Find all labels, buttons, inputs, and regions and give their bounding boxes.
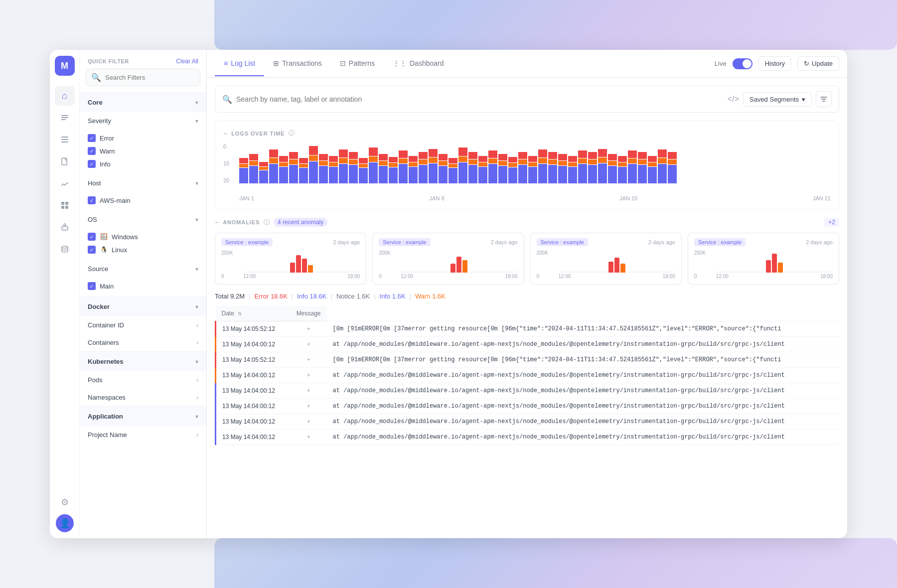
nav-grid[interactable] [55,195,75,215]
os-header[interactable]: OS ▾ [80,211,206,228]
log-expand[interactable]: + [291,337,327,352]
top-nav: ≡ Log List ⊞ Transactions ⊡ Patterns ⋮⋮ … [207,50,847,78]
bar-red [598,149,607,157]
chart-bar-group [339,149,348,183]
chart-bar-group [578,150,587,183]
severity-info-checkbox[interactable]: ✓ [88,160,96,168]
table-row[interactable]: 13 May 14:05:52:12 + [0m [91mERROR[0m [3… [216,321,840,337]
col-message[interactable]: Message [291,306,327,321]
nav-settings[interactable]: ⚙ [55,492,75,512]
nav-list[interactable] [55,130,75,149]
search-input[interactable] [236,95,724,103]
kubernetes-header[interactable]: Kubernetes ▾ [80,352,206,371]
chart-bar-group [648,156,657,183]
project-name-row[interactable]: Project Name › [80,426,206,443]
saved-segments-dropdown[interactable]: Saved Segments ▾ [743,92,812,107]
clear-all-button[interactable]: Clear All [176,58,198,65]
bar-blue [578,164,587,183]
table-row[interactable]: 13 May 14:04:00:12 + at /app/node_module… [216,399,840,414]
core-section-header[interactable]: Core ▾ [80,93,206,112]
bar-red [528,156,537,162]
log-expand[interactable]: + [291,368,327,383]
bar-blue [608,166,617,183]
tab-log-list[interactable]: ≡ Log List [215,51,264,76]
chart-bar-group [299,158,308,183]
severity-error-checkbox[interactable]: ✓ [88,134,96,142]
tab-transactions[interactable]: ⊞ Transactions [264,51,331,76]
os-windows-checkbox[interactable]: ✓ [88,233,96,241]
history-button[interactable]: History [758,56,791,71]
containers-row[interactable]: Containers › [80,334,206,351]
bar-blue [558,166,567,183]
bar-red [668,152,677,159]
table-row[interactable]: 13 May 14:04:00:12 + at /app/node_module… [216,414,840,430]
bar-red [448,158,457,163]
host-header[interactable]: Host ▾ [80,174,206,192]
filter-panel: QUICK FILTER Clear All 🔍 Core ▾ Severity… [80,50,207,538]
table-row[interactable]: 13 May 14:04:00:12 + at /app/node_module… [216,368,840,383]
code-icon[interactable]: </> [728,95,739,104]
tab-patterns[interactable]: ⊡ Patterns [331,51,384,76]
search-filter-input[interactable] [105,74,195,81]
log-expand[interactable]: + [291,352,327,368]
core-section: Core ▾ Severity ▾ ✓ Error ✓ Warn ✓ [80,92,206,296]
bar-blue [658,164,667,183]
namespaces-row[interactable]: Namespaces › [80,389,206,406]
severity-warn-checkbox[interactable]: ✓ [88,147,96,155]
bar-orange [269,158,278,163]
refresh-icon: ↻ [804,60,809,67]
svg-rect-10 [65,206,68,209]
chart-container: − LOGS OVER TIME ⓘ 20 10 0 [215,121,839,210]
anomaly-badge: 4 recent anomaly [274,218,327,227]
log-message: at /app/node_modules/@middleware.io/agen… [327,430,839,445]
filter-icon-btn[interactable] [816,91,832,107]
container-id-row[interactable]: Container ID › [80,316,206,334]
bar-red [369,147,378,156]
log-expand[interactable]: + [291,383,327,399]
bar-red [488,150,497,158]
tab-list: ≡ Log List ⊞ Transactions ⊡ Patterns ⋮⋮ … [215,51,715,76]
nav-chart[interactable] [55,173,75,193]
log-expand[interactable]: + [291,414,327,430]
tab-dashboard-label: Dashboard [410,59,444,67]
os-linux-checkbox[interactable]: ✓ [88,246,96,254]
host-awsmain-checkbox[interactable]: ✓ [88,196,96,204]
tab-patterns-icon: ⊡ [340,59,346,67]
nav-file[interactable] [55,151,75,171]
tab-dashboard[interactable]: ⋮⋮ Dashboard [384,51,453,76]
table-row[interactable]: 13 May 14:04:00:12 + at /app/node_module… [216,337,840,352]
nav-database[interactable] [55,239,75,259]
application-header[interactable]: Application ▾ [80,407,206,426]
anomaly-3-service: Service : example [537,238,588,246]
source-header[interactable]: Source ▾ [80,260,206,278]
chart-bar-group [608,154,617,183]
nav-logs[interactable] [55,108,75,128]
table-row[interactable]: 13 May 14:05:52:12 + [0m [91mERROR[0m [3… [216,352,840,368]
update-button[interactable]: ↻ Update [797,56,839,71]
log-expand[interactable]: + [291,399,327,414]
table-row[interactable]: 13 May 14:04:00:12 + at /app/node_module… [216,430,840,445]
bar-blue [488,164,497,183]
chart-bar-group [658,149,667,183]
table-row[interactable]: 13 May 14:04:00:12 + at /app/node_module… [216,383,840,399]
chart-bar-group [379,154,388,183]
docker-header[interactable]: Docker ▾ [80,297,206,316]
chart-collapse-btn[interactable]: − [223,130,227,138]
anomalies-collapse-btn[interactable]: − [215,218,219,226]
divider-2: | [292,293,293,300]
pods-row[interactable]: Pods › [80,371,206,389]
chart-bar-group [319,154,328,183]
nav-robot[interactable] [55,217,75,237]
severity-warn: ✓ Warn [88,145,198,157]
nav-home[interactable]: ⌂ [55,86,75,106]
source-main-checkbox[interactable]: ✓ [88,282,96,290]
bar-orange [359,164,368,167]
svg-rect-9 [61,206,64,209]
log-expand[interactable]: + [291,430,327,445]
live-toggle[interactable] [733,58,752,69]
source-main-label: Main [100,283,114,290]
severity-header[interactable]: Severity ▾ [80,112,206,130]
log-expand[interactable]: + [291,321,327,337]
nav-user[interactable]: 👤 [56,514,74,532]
col-date[interactable]: Date ⇅ [216,306,291,321]
